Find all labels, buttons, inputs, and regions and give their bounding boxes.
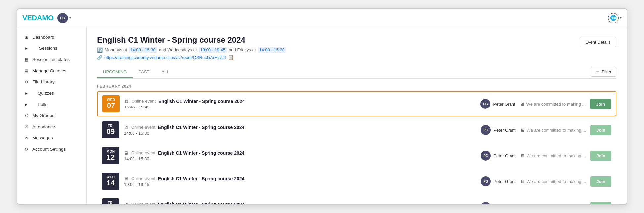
monitor-icon: 🖥: [124, 99, 129, 104]
monitor-icon: 🖥: [124, 125, 129, 130]
event-type: Online event: [131, 176, 155, 181]
day-name: FRI: [108, 201, 114, 204]
user-avatar[interactable]: PG: [57, 13, 68, 23]
sidebar-item-sessions[interactable]: ▸ Sessions: [17, 43, 86, 54]
filter-button[interactable]: ⚌ Filter: [591, 67, 616, 77]
tab-all[interactable]: ALL: [156, 66, 175, 78]
session-right: PG Peter Grant 🖥 We are committed to mak…: [481, 151, 611, 161]
attendee-avatar: PG: [480, 99, 490, 109]
attendee: PG Peter Grant: [481, 125, 515, 135]
sidebar-item-attendance[interactable]: ☑ Attendance: [17, 121, 86, 132]
attendee-name: Peter Grant: [493, 102, 515, 106]
join-button[interactable]: Join: [590, 202, 611, 204]
user-menu[interactable]: PG ▾: [57, 13, 71, 23]
message-preview: We are committed to making ...: [527, 128, 586, 133]
session-right: PG Peter Grant 🖥 We are committed to mak…: [480, 99, 611, 109]
session-label: 🖥 Online event English C1 Winter - Sprin…: [124, 176, 476, 181]
tab-upcoming[interactable]: UPCOMING: [97, 66, 133, 78]
session-row: MON 12 🖥 Online event English C1 Winter …: [97, 143, 616, 168]
attendee-name: Peter Grant: [493, 128, 515, 133]
schedule-info: 🔄 Mondays at 14:00 - 15:30 and Wednesday…: [97, 47, 286, 53]
attendee-avatar: PG: [481, 151, 491, 161]
chevron-down-icon: ▾: [620, 16, 622, 20]
header-right: 🌐 ▾: [608, 13, 622, 23]
join-button[interactable]: Join: [590, 99, 611, 109]
polls-icon: ▸: [24, 102, 29, 107]
dashboard-icon: ⊞: [24, 34, 29, 40]
session-row: WED 07 🖥 Online event English C1 Winter …: [97, 91, 616, 116]
globe-menu[interactable]: 🌐 ▾: [608, 13, 622, 23]
sidebar: ⊞ Dashboard ▸ Sessions ▦ Session Templat…: [17, 27, 87, 204]
session-label: 🖥 Online event English C1 Winter - Sprin…: [124, 99, 476, 104]
month-label: FEBRUARY 2024: [97, 84, 616, 89]
message-area: 🖥 We are committed to making ...: [520, 102, 586, 106]
date-box: WED 07: [102, 95, 120, 112]
link-icon: 🔗: [97, 55, 102, 60]
attendee-avatar: PG: [481, 202, 491, 204]
filter-icon: ⚌: [596, 69, 600, 74]
session-time: 14:00 - 15:30: [124, 131, 476, 136]
attendee: PG Peter Grant: [480, 99, 515, 109]
sidebar-item-polls[interactable]: ▸ Polls: [17, 99, 86, 110]
session-right: PG Peter Grant 🖥 We are committed to mak…: [481, 176, 611, 187]
day-num: 14: [107, 179, 115, 187]
attendee-avatar: PG: [481, 125, 491, 135]
message-area: 🖥 We are committed to making ...: [520, 179, 586, 184]
join-button[interactable]: Join: [590, 151, 611, 161]
message-icon: 🖥: [520, 179, 525, 184]
templates-icon: ▦: [24, 57, 29, 62]
date-box: MON 12: [102, 147, 119, 164]
date-box: WED 14: [102, 173, 119, 190]
event-type: Online event: [132, 99, 156, 104]
day-num: 07: [107, 102, 115, 109]
sidebar-item-quizzes[interactable]: ▸ Quizzes: [17, 87, 86, 99]
attendee: PG Peter Grant: [481, 176, 515, 186]
copy-icon[interactable]: 📋: [228, 55, 234, 60]
session-label: 🖥 Online event English C1 Winter - Sprin…: [124, 125, 476, 130]
sidebar-item-manage-courses[interactable]: ▤ Manage Courses: [17, 65, 86, 76]
page-title: English C1 Winter - Spring course 2024: [97, 35, 286, 45]
globe-icon[interactable]: 🌐: [608, 13, 619, 23]
session-tabs: UPCOMING PAST ALL ⚌ Filter: [97, 66, 616, 79]
join-button[interactable]: Join: [590, 125, 611, 135]
session-row: FRI 09 🖥 Online event English C1 Winter …: [97, 118, 616, 142]
session-row: WED 14 🖥 Online event English C1 Winter …: [97, 169, 616, 194]
tabs-left: UPCOMING PAST ALL: [97, 66, 175, 78]
session-label: 🖥 Online event English C1 Winter - Sprin…: [124, 202, 476, 204]
day-num: 12: [107, 153, 115, 161]
session-link[interactable]: 🔗 https://trainingacademy.vedamo.com/vcl…: [97, 55, 286, 60]
logo: VEDAMO: [22, 14, 54, 22]
sidebar-item-session-templates[interactable]: ▦ Session Templates: [17, 54, 86, 65]
sidebar-item-account-settings[interactable]: ⚙ Account Settings: [17, 143, 86, 155]
message-icon: 🖥: [520, 128, 525, 133]
attendance-icon: ☑: [24, 124, 29, 129]
app-body: ⊞ Dashboard ▸ Sessions ▦ Session Templat…: [17, 27, 627, 204]
session-title: English C1 Winter - Spring course 2024: [158, 176, 244, 181]
sidebar-item-file-library[interactable]: ⊙ File Library: [17, 76, 86, 87]
monitor-icon: 🖥: [124, 150, 129, 156]
sidebar-item-messages[interactable]: ✉ Messages: [17, 132, 86, 143]
clock-icon: 🔄: [97, 47, 103, 53]
session-info: 🖥 Online event English C1 Winter - Sprin…: [124, 202, 476, 204]
join-button[interactable]: Join: [590, 176, 611, 187]
settings-icon: ⚙: [24, 146, 29, 152]
message-icon: 🖥: [520, 102, 524, 106]
main-content: English C1 Winter - Spring course 2024 🔄…: [87, 27, 627, 204]
date-box: FRI 09: [102, 121, 119, 138]
session-title: English C1 Winter - Spring course 2024: [158, 202, 244, 204]
quizzes-icon: ▸: [24, 90, 29, 96]
tab-past[interactable]: PAST: [133, 66, 156, 78]
event-details-button[interactable]: Event Details: [580, 37, 616, 47]
session-time: 19:00 - 19:45: [124, 182, 476, 187]
attendee-name: Peter Grant: [493, 179, 515, 184]
sidebar-item-dashboard[interactable]: ⊞ Dashboard: [17, 31, 86, 43]
monitor-icon: 🖥: [124, 176, 129, 181]
monitor-icon: 🖥: [124, 202, 129, 204]
courses-icon: ▤: [24, 68, 29, 73]
day-num: 09: [107, 128, 115, 136]
session-row: FRI 16 🖥 Online event English C1 Winter …: [97, 195, 616, 204]
session-time: 14:00 - 15:30: [124, 156, 476, 161]
sidebar-item-my-groups[interactable]: ⚇ My Groups: [17, 110, 86, 121]
session-info: 🖥 Online event English C1 Winter - Sprin…: [124, 176, 476, 187]
message-area: 🖥 We are committed to making ...: [520, 128, 586, 133]
